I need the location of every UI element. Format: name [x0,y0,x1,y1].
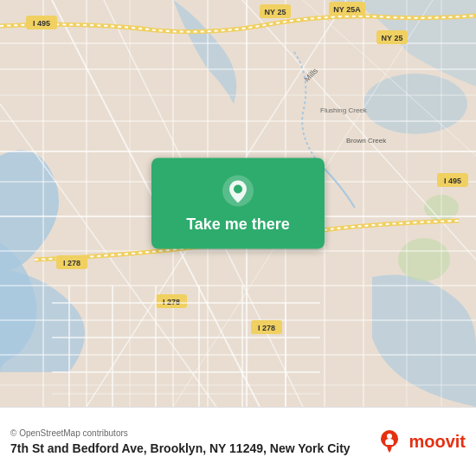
svg-text:NY 25: NY 25 [265,8,286,16]
svg-text:NY 25: NY 25 [382,34,403,42]
copyright-text: © OpenStreetMap contributors [10,428,376,438]
moovit-brand-text: moovit [408,432,466,452]
svg-text:Flushing Creek: Flushing Creek [320,106,368,114]
map-container: I 495 NY 25 NY 25A NY 25 I 278 I 278 I 2… [0,0,476,407]
svg-point-1 [363,74,467,134]
svg-text:I 495: I 495 [33,19,50,28]
svg-text:I 278: I 278 [163,298,180,306]
moovit-logo: moovit [376,428,466,456]
svg-text:NY 25A: NY 25A [333,5,361,14]
svg-text:I 495: I 495 [444,177,461,185]
svg-text:Brown Creek: Brown Creek [346,137,387,145]
city-text: New York City [270,441,351,455]
svg-point-66 [387,434,392,439]
svg-point-2 [398,238,450,281]
moovit-brand-icon [376,428,403,456]
address-text: 7th St and Bedford Ave, Brooklyn, NY 112… [10,441,376,455]
button-label: Take me there [186,215,290,234]
take-me-there-button[interactable]: Take me there [151,158,325,249]
svg-text:I 278: I 278 [258,324,275,332]
address-line: 7th St and Bedford Ave, Brooklyn, NY 112… [10,441,267,455]
svg-text:I 278: I 278 [63,259,80,267]
bottom-left-info: © OpenStreetMap contributors 7th St and … [10,428,376,455]
location-pin-icon [221,174,255,209]
bottom-bar: © OpenStreetMap contributors 7th St and … [0,407,476,476]
svg-point-64 [234,185,242,194]
